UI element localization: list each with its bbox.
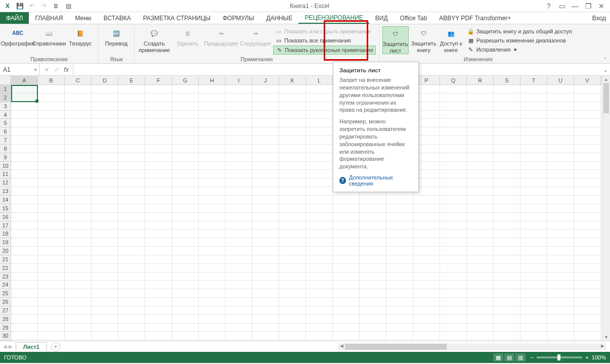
cell[interactable] <box>226 221 252 230</box>
cell[interactable] <box>520 85 547 94</box>
cell[interactable] <box>494 281 520 289</box>
cell[interactable] <box>520 289 547 298</box>
normal-view-button[interactable]: ▦ <box>493 353 503 361</box>
cell[interactable] <box>306 238 333 247</box>
cell[interactable] <box>172 247 199 255</box>
cell[interactable] <box>440 119 467 127</box>
cell[interactable] <box>38 102 65 111</box>
cell[interactable] <box>65 196 92 204</box>
cell[interactable] <box>520 127 547 136</box>
cell[interactable] <box>11 247 38 255</box>
cell[interactable] <box>65 213 92 221</box>
cell[interactable] <box>306 136 333 145</box>
cell[interactable] <box>360 247 386 255</box>
cell[interactable] <box>172 85 199 94</box>
cell[interactable] <box>145 221 172 230</box>
cell[interactable] <box>38 153 65 162</box>
row-header[interactable]: 27 <box>0 306 11 315</box>
cell[interactable] <box>11 289 38 298</box>
cell[interactable] <box>92 264 118 272</box>
cell[interactable] <box>279 127 306 136</box>
cell[interactable] <box>172 289 199 298</box>
cell[interactable] <box>92 238 118 247</box>
cell[interactable] <box>467 196 494 204</box>
tooltip-more-link[interactable]: ?Дополнительные сведения <box>339 174 412 187</box>
cell[interactable] <box>172 272 199 281</box>
cell[interactable] <box>306 272 333 281</box>
column-header[interactable]: A <box>11 76 38 84</box>
cell[interactable] <box>279 178 306 187</box>
cell[interactable] <box>494 332 520 340</box>
cell[interactable] <box>547 153 574 162</box>
cell[interactable] <box>440 127 467 136</box>
cell[interactable] <box>386 281 413 289</box>
save-button[interactable]: 💾 <box>14 1 25 11</box>
cell[interactable] <box>226 94 252 102</box>
cell[interactable] <box>226 281 252 289</box>
row-header[interactable]: 14 <box>0 196 11 204</box>
zoom-handle[interactable] <box>557 354 560 360</box>
cell[interactable] <box>172 102 199 111</box>
cell[interactable] <box>440 196 467 204</box>
cell[interactable] <box>520 221 547 230</box>
cell[interactable] <box>226 255 252 264</box>
cell[interactable] <box>92 178 118 187</box>
cell[interactable] <box>38 187 65 196</box>
cell[interactable] <box>38 213 65 221</box>
cell[interactable] <box>118 213 145 221</box>
cell[interactable] <box>65 119 92 127</box>
cell[interactable] <box>574 204 601 213</box>
cell[interactable] <box>172 153 199 162</box>
cell[interactable] <box>145 119 172 127</box>
page-layout-view-button[interactable]: ▤ <box>504 353 514 361</box>
cell[interactable] <box>306 162 333 170</box>
cell[interactable] <box>279 332 306 340</box>
cell[interactable] <box>226 264 252 272</box>
cell[interactable] <box>252 136 279 145</box>
cell[interactable] <box>574 264 601 272</box>
cell[interactable] <box>413 221 440 230</box>
cell[interactable] <box>413 281 440 289</box>
undo-button[interactable]: ↶ <box>26 1 37 11</box>
cell[interactable] <box>11 111 38 119</box>
cell[interactable] <box>574 153 601 162</box>
cell[interactable] <box>494 111 520 119</box>
cell[interactable] <box>145 324 172 332</box>
close-button[interactable]: ✕ <box>596 1 607 11</box>
cell[interactable] <box>92 332 118 340</box>
help-button[interactable]: ? <box>543 1 554 11</box>
cell[interactable] <box>413 238 440 247</box>
cell[interactable] <box>65 170 92 178</box>
cell[interactable] <box>306 127 333 136</box>
cell[interactable] <box>494 85 520 94</box>
cell[interactable] <box>92 187 118 196</box>
cell[interactable] <box>467 324 494 332</box>
cell[interactable] <box>547 127 574 136</box>
cell[interactable] <box>279 247 306 255</box>
scroll-up-button[interactable]: ▲ <box>602 76 610 83</box>
cell[interactable] <box>145 298 172 306</box>
cell[interactable] <box>226 230 252 238</box>
cell[interactable] <box>38 272 65 281</box>
cell[interactable] <box>333 306 360 315</box>
cell[interactable] <box>145 102 172 111</box>
cell[interactable] <box>547 111 574 119</box>
cell[interactable] <box>226 178 252 187</box>
tab-home[interactable]: ГЛАВНАЯ <box>29 12 69 24</box>
cell[interactable] <box>11 102 38 111</box>
column-header[interactable]: R <box>467 76 494 84</box>
add-sheet-button[interactable]: + <box>51 342 60 351</box>
cell[interactable] <box>252 204 279 213</box>
cell[interactable] <box>574 306 601 315</box>
cell[interactable] <box>145 272 172 281</box>
cell[interactable] <box>226 332 252 340</box>
cell[interactable] <box>118 153 145 162</box>
cell[interactable] <box>494 170 520 178</box>
spelling-button[interactable]: ABC Орфография <box>3 26 32 47</box>
cell[interactable] <box>386 247 413 255</box>
cell[interactable] <box>306 298 333 306</box>
cell[interactable] <box>440 178 467 187</box>
cell[interactable] <box>440 306 467 315</box>
cell[interactable] <box>494 247 520 255</box>
cell[interactable] <box>279 136 306 145</box>
